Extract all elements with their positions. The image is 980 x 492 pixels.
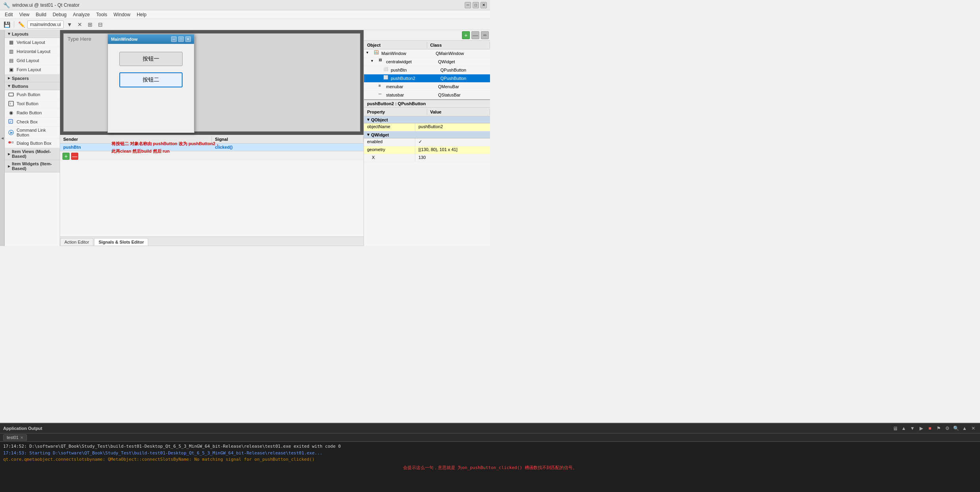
- floating-titlebar: MainWindow ─ □ ✕: [108, 34, 194, 44]
- widget-tool-button-label: Tool Button: [17, 101, 38, 106]
- widget-label: Grid Layout: [17, 58, 39, 63]
- floating-close[interactable]: ✕: [185, 36, 191, 42]
- prop-row-objectname[interactable]: objectName pushButton2: [364, 123, 490, 131]
- widget-tool-button[interactable]: T Tool Button: [5, 99, 60, 108]
- prop-row-enabled[interactable]: enabled ✓: [364, 138, 490, 146]
- object-col-header: Object: [364, 42, 427, 48]
- toolbar-close-btn[interactable]: ✕: [75, 20, 84, 29]
- centralwidget-name: centralwidget: [386, 59, 438, 64]
- menu-view[interactable]: View: [16, 11, 33, 18]
- category-item-widgets: ▸ Item Widgets (Item-Based): [5, 160, 60, 172]
- sidebar-toggle[interactable]: ◀: [0, 30, 5, 246]
- category-buttons-label: Buttons: [12, 84, 28, 89]
- toolbar-adjust-btn[interactable]: ⊟: [96, 20, 105, 29]
- toolbar-arrow-btn[interactable]: ▼: [65, 20, 74, 29]
- centralwidget-icon: 🖼: [379, 59, 385, 65]
- obj-row-centralwidget[interactable]: ▾ 🖼 centralwidget QWidget: [364, 58, 490, 66]
- prop-geometry-value: [(130, 80), 101 x 41]: [415, 146, 490, 154]
- category-spacers-icon: ▸: [8, 76, 10, 81]
- signal-add-button[interactable]: +: [62, 153, 70, 160]
- tab-signals-slots[interactable]: Signals & Slots Editor: [94, 238, 148, 246]
- toolbar-pencil-btn[interactable]: ✏️: [17, 20, 26, 29]
- menu-help[interactable]: Help: [134, 11, 150, 18]
- toolbar-layout-btn[interactable]: ⊞: [86, 20, 94, 29]
- prop-enabled-label: enabled: [364, 138, 415, 146]
- right-panel: + — ✏ Object Class ▾ 🪟 MainWindow QMainW…: [364, 30, 490, 246]
- obj-row-pushbutton2[interactable]: ⬜ pushButton2 QPushButton: [364, 74, 490, 83]
- widget-push-button[interactable]: Push Button: [5, 90, 60, 99]
- property-col-header: Property: [364, 109, 427, 115]
- prop-section-qwidget: ▾ QWidget: [364, 131, 490, 138]
- menu-build[interactable]: Build: [32, 11, 49, 18]
- tab-action-editor[interactable]: Action Editor: [60, 238, 93, 246]
- category-item-views-icon: ▸: [8, 151, 10, 157]
- center-area: Type Here MainWindow ─ □ ✕ 按钮一 按钮二 将按钮二 …: [60, 30, 364, 246]
- signal-del-button[interactable]: —: [71, 153, 78, 160]
- window-title: window.ui @ test01 - Qt Creator: [12, 2, 79, 8]
- class-col-header: Class: [427, 42, 490, 48]
- menu-debug[interactable]: Debug: [49, 11, 70, 18]
- category-buttons-icon: ▾: [8, 83, 10, 89]
- pushbutton2-name: pushButton2: [391, 76, 441, 81]
- qt-button-1[interactable]: 按钮一: [119, 52, 183, 66]
- maximize-button[interactable]: □: [473, 2, 479, 8]
- menu-edit[interactable]: Edit: [2, 11, 16, 18]
- svg-text:✓: ✓: [9, 120, 12, 124]
- obj-row-pushbtn[interactable]: ⬜ pushBtn QPushButton: [364, 66, 490, 74]
- edit-prop-btn[interactable]: ✏: [481, 31, 489, 39]
- floating-title: MainWindow: [111, 37, 138, 42]
- remove-prop-btn[interactable]: —: [471, 31, 479, 39]
- category-item-widgets-icon: ▸: [8, 164, 10, 169]
- widget-dialog-button-box-label: Dialog Button Box: [17, 141, 51, 146]
- pushbtn-icon: ⬜: [383, 67, 390, 73]
- floating-minimize[interactable]: ─: [171, 36, 177, 42]
- obj-row-menubar[interactable]: ≡ menubar QMenuBar: [364, 83, 490, 91]
- widget-box: ▾ Layouts ▦ Vertical Layout ▥ Horizontal…: [5, 30, 60, 246]
- category-collapse-icon: ▾: [8, 31, 10, 36]
- annotation-text: 将按钮二 对象名称由 pushButton 改为 pushButton2， 此再…: [111, 140, 364, 155]
- menu-analyze[interactable]: Analyze: [70, 11, 93, 18]
- category-item-widgets-label: Item Widgets (Item-Based): [12, 161, 57, 171]
- prop-x-value: 130: [415, 154, 490, 162]
- widget-check-box[interactable]: ✓ Check Box: [5, 117, 60, 127]
- widget-command-link-label: Command Link Button: [17, 128, 57, 137]
- widget-label: Form Layout: [17, 67, 41, 72]
- pushbtn-class: QPushButton: [441, 68, 490, 72]
- close-button[interactable]: ✕: [481, 2, 487, 8]
- menubar-name: menubar: [386, 84, 438, 89]
- toolbar-file-label: mainwindow.ui: [27, 21, 64, 28]
- widget-vertical-layout[interactable]: ▦ Vertical Layout: [5, 38, 60, 47]
- pushbutton2-class: QPushButton: [441, 76, 490, 81]
- form-layout-icon: ▣: [8, 66, 14, 73]
- add-prop-btn[interactable]: +: [462, 31, 470, 39]
- obj-row-mainwindow[interactable]: ▾ 🪟 MainWindow QMainWindow: [364, 49, 490, 58]
- pushbtn-name: pushBtn: [391, 68, 441, 72]
- obj-inspector-header: Object Class: [364, 41, 490, 49]
- toolbar-separator: [14, 21, 14, 28]
- app-icon: 🔧: [3, 2, 10, 8]
- pushbutton2-icon: ⬜: [383, 75, 390, 81]
- menu-tools[interactable]: Tools: [93, 11, 110, 18]
- prop-geometry-label: geometry: [364, 146, 415, 154]
- mainwindow-name: MainWindow: [381, 51, 436, 56]
- category-layouts: ▾ Layouts: [5, 30, 60, 38]
- widget-radio-button[interactable]: ◉ Radio Button: [5, 108, 60, 117]
- prop-row-x[interactable]: X 130: [364, 154, 490, 162]
- widget-grid-layout[interactable]: ▤ Grid Layout: [5, 56, 60, 65]
- widget-command-link-button[interactable]: ▶ Command Link Button: [5, 127, 60, 139]
- minimize-button[interactable]: ─: [465, 2, 471, 8]
- toolbar-save-btn[interactable]: 💾: [2, 20, 11, 29]
- widget-form-layout[interactable]: ▣ Form Layout: [5, 65, 60, 74]
- menubar-icon: ≡: [379, 83, 385, 90]
- widget-horizontal-layout[interactable]: ▥ Horizontal Layout: [5, 47, 60, 56]
- widget-dialog-button-box[interactable]: Dialog Button Box: [5, 139, 60, 148]
- prop-row-geometry[interactable]: geometry [(130, 80), 101 x 41]: [364, 146, 490, 154]
- vertical-layout-icon: ▦: [8, 39, 14, 45]
- menu-window[interactable]: Window: [110, 11, 134, 18]
- qt-button-2[interactable]: 按钮二: [119, 72, 183, 87]
- obj-row-statusbar[interactable]: ─ statusbar QStatusBar: [364, 91, 490, 99]
- svg-rect-7: [9, 142, 11, 143]
- floating-maximize[interactable]: □: [178, 36, 184, 42]
- statusbar-name: statusbar: [386, 93, 438, 97]
- grid-layout-icon: ▤: [8, 57, 14, 64]
